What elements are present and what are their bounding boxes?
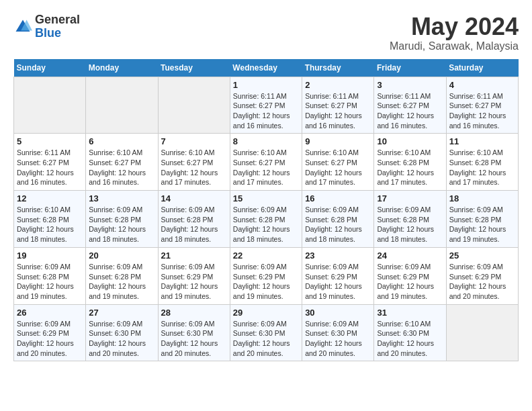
day-info: Sunrise: 6:11 AMSunset: 6:27 PMDaylight:…: [377, 91, 443, 131]
day-number: 7: [161, 136, 227, 146]
day-info: Sunrise: 6:09 AMSunset: 6:28 PMDaylight:…: [377, 205, 443, 244]
calendar-cell: 26Sunrise: 6:09 AMSunset: 6:29 PMDayligh…: [14, 304, 86, 361]
calendar-cell: 24Sunrise: 6:09 AMSunset: 6:29 PMDayligh…: [374, 247, 446, 304]
calendar-cell: 15Sunrise: 6:09 AMSunset: 6:28 PMDayligh…: [230, 191, 302, 248]
day-info: Sunrise: 6:09 AMSunset: 6:30 PMDaylight:…: [233, 319, 299, 359]
day-info: Sunrise: 6:11 AMSunset: 6:27 PMDaylight:…: [17, 148, 83, 187]
day-number: 25: [449, 250, 515, 261]
logo: General Blue: [13, 13, 80, 40]
week-row-4: 19Sunrise: 6:09 AMSunset: 6:28 PMDayligh…: [14, 247, 519, 304]
day-number: 14: [161, 193, 227, 203]
day-info: Sunrise: 6:09 AMSunset: 6:29 PMDaylight:…: [233, 262, 299, 302]
day-number: 1: [233, 80, 299, 90]
calendar-cell: 4Sunrise: 6:11 AMSunset: 6:27 PMDaylight…: [446, 77, 518, 134]
day-number: 15: [233, 193, 299, 203]
header-day-monday: Monday: [86, 59, 158, 77]
calendar-cell: 9Sunrise: 6:10 AMSunset: 6:27 PMDaylight…: [302, 134, 374, 191]
day-number: 23: [305, 250, 371, 261]
day-number: 9: [305, 136, 371, 146]
day-number: 19: [17, 250, 83, 261]
day-number: 17: [377, 193, 443, 203]
day-info: Sunrise: 6:09 AMSunset: 6:30 PMDaylight:…: [89, 319, 154, 359]
day-number: 2: [305, 80, 371, 90]
calendar-cell: 19Sunrise: 6:09 AMSunset: 6:28 PMDayligh…: [14, 247, 86, 304]
logo-general-text: General: [35, 13, 80, 26]
day-info: Sunrise: 6:10 AMSunset: 6:28 PMDaylight:…: [17, 205, 83, 244]
header-row: SundayMondayTuesdayWednesdayThursdayFrid…: [14, 59, 519, 77]
day-number: 29: [233, 308, 299, 318]
day-number: 6: [89, 136, 154, 146]
calendar-cell: [14, 77, 86, 134]
day-number: 16: [305, 193, 371, 203]
header-day-friday: Friday: [374, 59, 446, 77]
day-info: Sunrise: 6:09 AMSunset: 6:28 PMDaylight:…: [161, 205, 227, 244]
header-day-tuesday: Tuesday: [158, 59, 230, 77]
day-number: 21: [161, 250, 227, 261]
calendar-cell: 31Sunrise: 6:10 AMSunset: 6:30 PMDayligh…: [374, 304, 446, 361]
day-number: 5: [17, 136, 83, 146]
calendar-cell: [86, 77, 158, 134]
calendar-cell: 22Sunrise: 6:09 AMSunset: 6:29 PMDayligh…: [230, 247, 302, 304]
calendar-cell: 16Sunrise: 6:09 AMSunset: 6:28 PMDayligh…: [302, 191, 374, 248]
week-row-2: 5Sunrise: 6:11 AMSunset: 6:27 PMDaylight…: [14, 134, 519, 191]
day-info: Sunrise: 6:09 AMSunset: 6:29 PMDaylight:…: [305, 262, 371, 302]
calendar-cell: [446, 304, 518, 361]
calendar-cell: 7Sunrise: 6:10 AMSunset: 6:27 PMDaylight…: [158, 134, 230, 191]
day-number: 10: [377, 136, 443, 146]
calendar-cell: 14Sunrise: 6:09 AMSunset: 6:28 PMDayligh…: [158, 191, 230, 248]
day-number: 20: [89, 250, 154, 261]
logo-icon: [13, 17, 32, 36]
calendar-cell: 3Sunrise: 6:11 AMSunset: 6:27 PMDaylight…: [374, 77, 446, 134]
day-info: Sunrise: 6:09 AMSunset: 6:29 PMDaylight:…: [17, 319, 83, 359]
day-info: Sunrise: 6:09 AMSunset: 6:29 PMDaylight:…: [161, 262, 227, 302]
day-number: 11: [449, 136, 515, 146]
day-info: Sunrise: 6:11 AMSunset: 6:27 PMDaylight:…: [449, 91, 515, 131]
location-title: Marudi, Sarawak, Malaysia: [390, 40, 519, 52]
calendar-cell: 12Sunrise: 6:10 AMSunset: 6:28 PMDayligh…: [14, 191, 86, 248]
calendar-cell: 17Sunrise: 6:09 AMSunset: 6:28 PMDayligh…: [374, 191, 446, 248]
calendar-cell: 18Sunrise: 6:09 AMSunset: 6:28 PMDayligh…: [446, 191, 518, 248]
day-info: Sunrise: 6:11 AMSunset: 6:27 PMDaylight:…: [305, 91, 371, 131]
calendar-table: SundayMondayTuesdayWednesdayThursdayFrid…: [13, 59, 519, 362]
header-day-saturday: Saturday: [446, 59, 518, 77]
day-number: 24: [377, 250, 443, 261]
title-section: May 2024 Marudi, Sarawak, Malaysia: [390, 13, 519, 52]
day-number: 8: [233, 136, 299, 146]
day-info: Sunrise: 6:09 AMSunset: 6:28 PMDaylight:…: [89, 205, 154, 244]
calendar-cell: 5Sunrise: 6:11 AMSunset: 6:27 PMDaylight…: [14, 134, 86, 191]
calendar-cell: 27Sunrise: 6:09 AMSunset: 6:30 PMDayligh…: [86, 304, 158, 361]
header-day-sunday: Sunday: [14, 59, 86, 77]
calendar-cell: 28Sunrise: 6:09 AMSunset: 6:30 PMDayligh…: [158, 304, 230, 361]
day-info: Sunrise: 6:10 AMSunset: 6:27 PMDaylight:…: [233, 148, 299, 187]
month-title: May 2024: [390, 13, 519, 40]
day-info: Sunrise: 6:10 AMSunset: 6:27 PMDaylight:…: [89, 148, 154, 187]
day-info: Sunrise: 6:10 AMSunset: 6:28 PMDaylight:…: [377, 148, 443, 187]
day-info: Sunrise: 6:09 AMSunset: 6:28 PMDaylight:…: [233, 205, 299, 244]
day-info: Sunrise: 6:10 AMSunset: 6:28 PMDaylight:…: [449, 148, 515, 187]
page-header: General Blue May 2024 Marudi, Sarawak, M…: [13, 13, 519, 52]
day-info: Sunrise: 6:10 AMSunset: 6:30 PMDaylight:…: [377, 319, 443, 359]
calendar-cell: 25Sunrise: 6:09 AMSunset: 6:29 PMDayligh…: [446, 247, 518, 304]
day-info: Sunrise: 6:10 AMSunset: 6:27 PMDaylight:…: [161, 148, 227, 187]
week-row-1: 1Sunrise: 6:11 AMSunset: 6:27 PMDaylight…: [14, 77, 519, 134]
calendar-cell: 29Sunrise: 6:09 AMSunset: 6:30 PMDayligh…: [230, 304, 302, 361]
day-info: Sunrise: 6:09 AMSunset: 6:28 PMDaylight:…: [449, 205, 515, 244]
day-number: 4: [449, 80, 515, 90]
day-number: 31: [377, 308, 443, 318]
day-number: 26: [17, 308, 83, 318]
day-info: Sunrise: 6:09 AMSunset: 6:28 PMDaylight:…: [89, 262, 154, 302]
calendar-cell: 13Sunrise: 6:09 AMSunset: 6:28 PMDayligh…: [86, 191, 158, 248]
calendar-cell: 21Sunrise: 6:09 AMSunset: 6:29 PMDayligh…: [158, 247, 230, 304]
day-number: 13: [89, 193, 154, 203]
calendar-cell: 6Sunrise: 6:10 AMSunset: 6:27 PMDaylight…: [86, 134, 158, 191]
day-number: 28: [161, 308, 227, 318]
day-number: 30: [305, 308, 371, 318]
day-info: Sunrise: 6:09 AMSunset: 6:28 PMDaylight:…: [17, 262, 83, 302]
calendar-cell: 30Sunrise: 6:09 AMSunset: 6:30 PMDayligh…: [302, 304, 374, 361]
day-info: Sunrise: 6:09 AMSunset: 6:29 PMDaylight:…: [377, 262, 443, 302]
calendar-cell: 2Sunrise: 6:11 AMSunset: 6:27 PMDaylight…: [302, 77, 374, 134]
header-day-thursday: Thursday: [302, 59, 374, 77]
day-info: Sunrise: 6:11 AMSunset: 6:27 PMDaylight:…: [233, 91, 299, 131]
day-info: Sunrise: 6:09 AMSunset: 6:28 PMDaylight:…: [305, 205, 371, 244]
day-info: Sunrise: 6:10 AMSunset: 6:27 PMDaylight:…: [305, 148, 371, 187]
